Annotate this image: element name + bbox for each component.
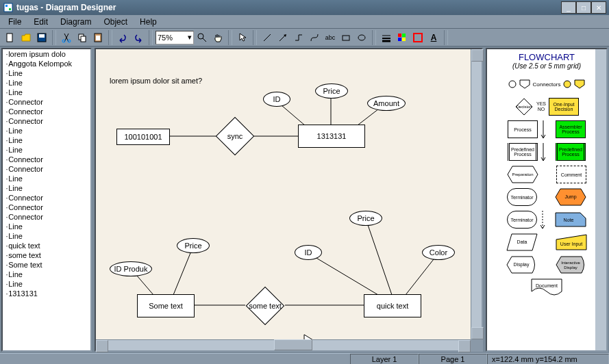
terminator-shape-2[interactable]: Terminator <box>507 211 537 229</box>
new-button[interactable] <box>3 30 18 45</box>
connector-circle-icon[interactable] <box>508 80 517 88</box>
pointer-tool-button[interactable] <box>235 30 250 45</box>
entity-node[interactable]: 1313131 <box>298 125 365 148</box>
fill-color-button[interactable] <box>395 30 410 45</box>
tree-item[interactable]: Line <box>3 231 90 241</box>
cut-button[interactable] <box>59 30 74 45</box>
tree-item[interactable]: Line <box>3 270 90 279</box>
curve-tool-button[interactable] <box>307 30 322 45</box>
menu-help[interactable]: Help <box>134 16 162 28</box>
predefined-process-green-shape[interactable]: Predefined Process <box>556 143 586 161</box>
interactive-display-shape[interactable]: InteractiveDisplay <box>556 256 587 274</box>
note-shape[interactable]: Note <box>555 212 586 227</box>
attribute-node[interactable]: ID <box>295 245 322 260</box>
tree-item[interactable]: lorem ipsum dolo <box>3 49 90 59</box>
line-width-button[interactable] <box>379 30 394 45</box>
entity-node[interactable]: Some text <box>137 294 195 317</box>
maximize-button[interactable]: □ <box>576 1 591 14</box>
tree-item[interactable]: Line <box>3 174 90 183</box>
relation-node[interactable]: some text <box>245 286 285 326</box>
attribute-node[interactable]: ID <box>263 92 290 107</box>
tree-item[interactable]: Connector <box>3 107 90 116</box>
minimize-button[interactable]: _ <box>561 1 576 14</box>
document-shape[interactable]: Document <box>531 278 562 296</box>
tree-item[interactable]: Line <box>3 183 90 193</box>
menu-file[interactable]: File <box>3 16 27 28</box>
tree-item[interactable]: Line <box>3 279 90 289</box>
zoom-tool-button[interactable] <box>195 30 210 45</box>
attribute-node[interactable]: ID Produk <box>110 261 152 276</box>
close-button[interactable]: ✕ <box>591 1 606 14</box>
attribute-node[interactable]: Color <box>422 245 455 260</box>
tree-item[interactable]: Anggota Kelompok <box>3 59 90 68</box>
entity-node[interactable]: quick text <box>364 294 421 317</box>
display-shape[interactable]: Display <box>506 256 538 274</box>
preparation-shape[interactable]: Preparation <box>507 166 538 183</box>
tree-item[interactable]: quick text <box>3 241 90 250</box>
tree-item[interactable]: Connector <box>3 116 90 126</box>
menu-object[interactable]: Object <box>98 16 133 28</box>
tree-item[interactable]: Connector <box>3 164 90 174</box>
attribute-node[interactable]: Price <box>349 211 382 226</box>
open-button[interactable] <box>18 30 34 45</box>
tree-item[interactable]: Line <box>3 126 90 135</box>
jump-shape[interactable]: Jump <box>555 188 586 206</box>
attribute-node[interactable]: Amount <box>367 96 406 111</box>
text-tool-button[interactable]: abc <box>323 30 338 45</box>
palette-scrollbar[interactable] <box>595 49 606 350</box>
svg-point-39 <box>564 81 571 88</box>
tree-item[interactable]: Connector <box>3 155 90 164</box>
canvas[interactable]: lorem ipsum dolor sit amet? 100101001 sy… <box>96 49 471 339</box>
copy-button[interactable] <box>75 30 90 45</box>
tree-item[interactable]: Connector <box>3 193 90 203</box>
tree-item[interactable]: Line <box>3 78 90 88</box>
status-page[interactable]: Page 1 <box>419 354 487 365</box>
menu-edit[interactable]: Edit <box>28 16 53 28</box>
paste-button[interactable] <box>90 30 105 45</box>
predefined-process-shape[interactable]: Predefined Process <box>508 143 538 161</box>
rect-tool-button[interactable] <box>338 30 353 45</box>
zoom-combo[interactable]: 75%▾ <box>156 31 194 44</box>
redo-button[interactable] <box>131 30 146 45</box>
canvas-scrollbar-vertical[interactable] <box>471 49 482 339</box>
tree-item[interactable]: Line <box>3 135 90 145</box>
connector-shape-icon[interactable] <box>519 79 530 89</box>
decision-shape[interactable]: Decision <box>514 97 534 116</box>
user-input-shape[interactable]: User Input <box>556 234 587 250</box>
tree-item[interactable]: Line <box>3 145 90 155</box>
tree-item[interactable]: Connector <box>3 212 90 222</box>
tree-item[interactable]: Line <box>3 222 90 231</box>
tree-item[interactable]: Connector <box>3 203 90 212</box>
save-button[interactable] <box>34 30 49 45</box>
data-shape[interactable]: Data <box>506 233 538 251</box>
menu-diagram[interactable]: Diagram <box>55 16 97 28</box>
one-input-decision-shape[interactable]: One-Input Decision <box>549 98 579 116</box>
tree-item[interactable]: Line <box>3 68 90 78</box>
canvas-text[interactable]: lorem ipsum dolor sit amet? <box>110 77 202 85</box>
tree-item[interactable]: some text <box>3 250 90 260</box>
ellipse-tool-button[interactable] <box>354 30 369 45</box>
line-color-button[interactable] <box>410 30 425 45</box>
arrow-tool-button[interactable] <box>275 30 290 45</box>
tree-item[interactable]: Line <box>3 88 90 97</box>
attribute-node[interactable]: Price <box>315 83 348 99</box>
tree-item[interactable]: Connector <box>3 97 90 107</box>
entity-node[interactable]: 100101001 <box>116 129 170 145</box>
status-layer[interactable]: Layer 1 <box>350 354 419 365</box>
font-button[interactable]: A <box>426 30 441 45</box>
connector-circle-yellow-icon[interactable] <box>563 80 571 88</box>
line-tool-button[interactable] <box>260 30 275 45</box>
terminator-shape[interactable]: Terminator <box>507 188 537 206</box>
scrollbar-thumb[interactable] <box>274 339 312 350</box>
process-shape[interactable]: Process <box>508 120 538 138</box>
connector-tool-button[interactable] <box>291 30 306 45</box>
pan-tool-button[interactable] <box>210 30 225 45</box>
undo-button[interactable] <box>115 30 130 45</box>
comment-shape[interactable]: Comment <box>556 166 586 183</box>
relation-node[interactable]: sync <box>215 116 255 156</box>
tree-item[interactable]: Some text <box>3 260 90 270</box>
tree-item[interactable]: 1313131 <box>3 289 90 298</box>
connector-shape-yellow-icon[interactable] <box>574 79 585 89</box>
attribute-node[interactable]: Price <box>177 238 210 253</box>
assembler-process-shape[interactable]: Assembler Process <box>556 120 586 138</box>
